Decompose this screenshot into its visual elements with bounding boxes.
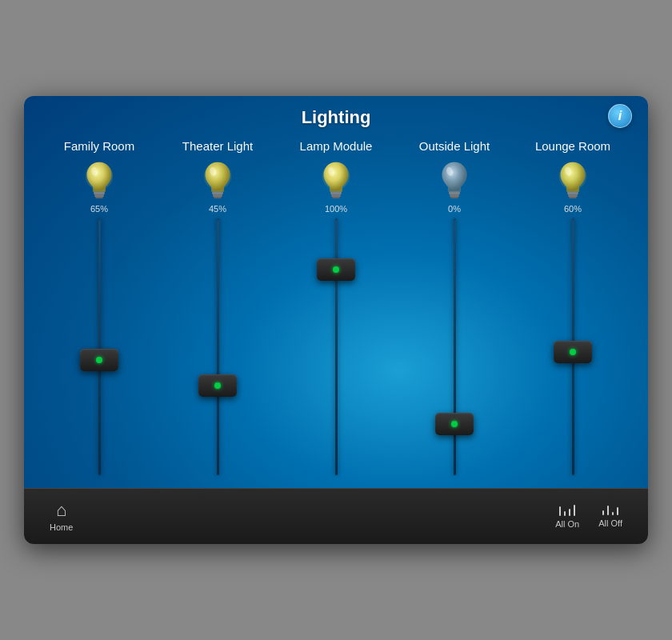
light-percent-outside-light: 0%	[437, 204, 472, 214]
bulb-lamp-module[interactable]: 100%	[318, 159, 354, 214]
title-bar: Lighting i	[40, 96, 632, 136]
svg-rect-7	[213, 194, 222, 197]
slider-track-lamp-module	[335, 218, 338, 475]
slider-area-family-room	[40, 218, 158, 488]
light-label-family-room: Family Room	[64, 139, 134, 153]
slider-track-outside-light	[454, 218, 456, 475]
light-label-lounge-room: Lounge Room	[535, 139, 610, 153]
bulb-theater-light[interactable]: 45%	[200, 159, 235, 214]
page-title: Lighting	[302, 107, 371, 128]
slider-track-family-room	[98, 218, 101, 475]
svg-rect-21	[568, 194, 578, 197]
light-column-theater-light: Theater Light	[158, 139, 277, 488]
slider-track-lounge-room	[572, 218, 574, 475]
slider-area-lounge-room	[514, 218, 632, 488]
toolbar: ⌂ Home All On	[24, 488, 648, 544]
slider-handle-lamp-module[interactable]	[317, 258, 355, 281]
svg-rect-22	[569, 197, 577, 198]
svg-rect-17	[450, 197, 458, 198]
all-off-button[interactable]: All Off	[589, 502, 632, 531]
bulb-outside-light[interactable]: 0%	[437, 159, 472, 214]
light-percent-lamp-module: 100%	[318, 204, 354, 214]
main-area: Lighting i Family Room	[24, 96, 648, 488]
slider-track-theater-light	[217, 218, 219, 475]
light-column-outside-light: Outside Light	[395, 139, 514, 488]
home-label: Home	[50, 522, 73, 532]
svg-rect-6	[212, 191, 222, 194]
slider-area-theater-light	[158, 218, 277, 488]
app-container: Lighting i Family Room	[24, 96, 648, 544]
svg-rect-3	[95, 197, 103, 198]
slider-handle-outside-light[interactable]	[435, 413, 474, 435]
light-label-outside-light: Outside Light	[419, 139, 490, 153]
slider-handle-theater-light[interactable]	[198, 374, 237, 397]
all-off-label: All Off	[598, 518, 622, 528]
svg-rect-1	[94, 191, 104, 194]
svg-rect-11	[330, 191, 341, 194]
slider-handle-lounge-room[interactable]	[554, 341, 592, 363]
light-column-family-room: Family Room 6	[40, 139, 158, 488]
light-percent-theater-light: 45%	[200, 204, 235, 214]
svg-rect-12	[331, 194, 341, 197]
svg-rect-8	[214, 197, 222, 198]
light-column-lounge-room: Lounge Room 6	[514, 139, 632, 488]
controls-area: Family Room 6	[40, 136, 632, 488]
slider-area-lamp-module	[277, 218, 395, 488]
home-icon: ⌂	[56, 502, 66, 519]
slider-area-outside-light	[395, 218, 514, 488]
bulb-family-room[interactable]: 65%	[82, 159, 117, 214]
light-label-lamp-module: Lamp Module	[300, 139, 373, 153]
slider-handle-family-room[interactable]	[80, 349, 118, 371]
light-percent-lounge-room: 60%	[555, 204, 590, 214]
home-button[interactable]: ⌂ Home	[40, 498, 82, 535]
all-off-icon	[602, 506, 618, 515]
all-on-button[interactable]: All On	[546, 502, 589, 532]
light-percent-family-room: 65%	[82, 204, 117, 214]
svg-rect-13	[332, 197, 340, 198]
svg-rect-15	[449, 191, 459, 194]
bulb-lounge-room[interactable]: 60%	[555, 159, 590, 214]
all-on-icon	[559, 505, 575, 516]
all-on-label: All On	[555, 519, 579, 529]
svg-rect-2	[94, 194, 104, 197]
light-column-lamp-module: Lamp Module 1	[277, 139, 395, 488]
info-button[interactable]: i	[608, 104, 632, 128]
svg-rect-16	[450, 194, 459, 197]
svg-rect-20	[567, 191, 578, 194]
light-label-theater-light: Theater Light	[182, 139, 253, 153]
